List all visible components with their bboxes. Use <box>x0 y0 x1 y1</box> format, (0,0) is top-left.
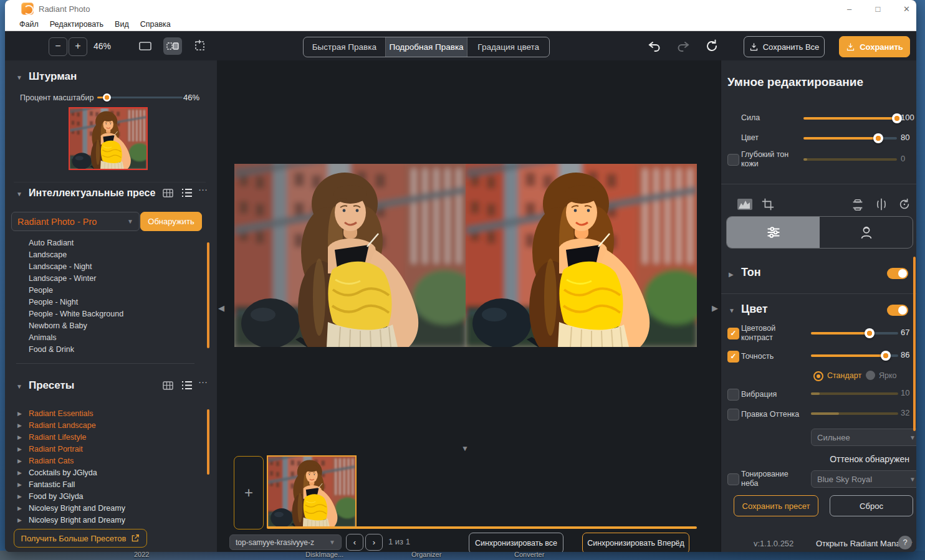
zoom-in-button[interactable]: + <box>69 37 87 56</box>
smart-presets-more-icon[interactable]: ··· <box>198 184 208 194</box>
vibrance-checkbox[interactable] <box>727 389 739 401</box>
filename-dropdown[interactable]: top-samyye-krasivyye-z ▼ <box>229 534 342 550</box>
sky-toning-checkbox[interactable] <box>727 473 739 485</box>
right-panel-scrollbar[interactable] <box>913 257 916 431</box>
split-horizontal-icon[interactable] <box>851 199 865 211</box>
collapse-filmstrip-icon[interactable]: ▼ <box>461 444 469 453</box>
expand-tone-icon[interactable]: ▶ <box>729 271 734 278</box>
menu-item[interactable]: Справка <box>135 20 176 29</box>
redo-icon[interactable] <box>676 39 691 54</box>
preset-group-item[interactable]: Food by JGlyda <box>5 491 209 503</box>
list-view-icon[interactable] <box>181 188 193 197</box>
previous-photo-button[interactable]: ‹ <box>346 534 363 551</box>
hue-edit-checkbox[interactable] <box>727 409 739 420</box>
menu-item[interactable]: Редактировать <box>44 20 109 29</box>
add-photo-button[interactable]: + <box>234 456 264 529</box>
smart-preset-item[interactable]: Landscape - Night <box>5 261 209 273</box>
zoom-out-button[interactable]: − <box>49 37 67 56</box>
deep-skin-slider[interactable] <box>803 158 897 161</box>
preset-group-item[interactable]: Cocktails by JGlyda <box>5 467 209 479</box>
smart-presets-scrollbar[interactable] <box>207 242 209 348</box>
preset-group-item[interactable]: Nicolesy Bright and Dreamy <box>5 503 209 515</box>
save-all-button[interactable]: Сохранить Все <box>744 36 825 57</box>
crop-view-icon[interactable] <box>191 37 209 55</box>
tab-global-adjustments[interactable] <box>727 217 820 248</box>
precision-checkbox[interactable]: ✓ <box>727 351 739 363</box>
smart-preset-item[interactable]: People - Night <box>5 297 209 308</box>
collapse-navigator-icon[interactable]: ▼ <box>16 74 22 81</box>
collapse-presets-icon[interactable]: ▼ <box>16 383 22 390</box>
crop-icon[interactable] <box>761 197 775 211</box>
presets-scrollbar[interactable] <box>207 409 209 475</box>
strength-dropdown[interactable]: Сильнее ▼ <box>811 429 916 446</box>
color-contrast-checkbox[interactable]: ✓ <box>727 328 739 339</box>
color-toggle[interactable] <box>887 305 908 316</box>
smart-preset-item[interactable]: People - White Background <box>5 308 209 320</box>
close-button[interactable]: ✕ <box>901 4 912 14</box>
sync-forward-button[interactable]: Синхронизировать Вперёд <box>582 533 689 552</box>
radio-vivid[interactable] <box>866 371 875 380</box>
preset-group-item[interactable]: Radiant Lifestyle <box>5 432 209 444</box>
detect-button[interactable]: Обнаружить <box>140 212 202 231</box>
preset-group-item[interactable]: Radiant Portrait <box>5 444 209 455</box>
smart-preset-dropdown[interactable]: Radiant Photo - Pro ▼ <box>11 212 140 231</box>
smart-preset-item[interactable]: Landscape - Winter <box>5 273 209 285</box>
navigator-thumbnail[interactable] <box>69 107 148 170</box>
split-view-icon[interactable] <box>163 37 182 55</box>
reset-icon[interactable] <box>704 39 719 54</box>
save-preset-button[interactable]: Сохранить пресет <box>734 495 818 516</box>
preset-group-item[interactable]: Fantastic Fall <box>5 479 209 491</box>
undo-icon[interactable] <box>647 39 662 54</box>
radio-standard[interactable] <box>813 371 823 381</box>
menu-item[interactable]: Вид <box>109 20 135 29</box>
next-photo-button[interactable]: › <box>365 534 383 551</box>
smart-preset-item[interactable]: People <box>5 285 209 297</box>
hue-edit-slider[interactable] <box>811 412 898 415</box>
grid-view-icon[interactable] <box>163 189 173 197</box>
get-more-presets-button[interactable]: Получить Больше Пресетов <box>14 529 147 548</box>
save-button[interactable]: Сохранить <box>839 36 910 57</box>
tone-toggle[interactable] <box>887 268 908 279</box>
sync-all-button[interactable]: Синхронизировать все <box>469 533 563 552</box>
collapse-color-icon[interactable]: ▼ <box>729 307 735 314</box>
smart-preset-item[interactable]: Newborn & Baby <box>5 320 209 332</box>
strength-slider[interactable] <box>803 117 897 120</box>
navigator-zoom-slider[interactable] <box>97 97 183 98</box>
grid-view-icon[interactable] <box>163 381 173 390</box>
histogram-icon[interactable] <box>737 199 752 210</box>
smart-preset-item[interactable]: Landscape <box>5 249 209 261</box>
minimize-button[interactable]: – <box>844 4 855 14</box>
smart-preset-item[interactable]: Animals <box>5 332 209 344</box>
title-bar[interactable]: Radiant Photo – □ ✕ <box>5 0 916 17</box>
list-view-icon[interactable] <box>181 381 193 390</box>
smart-preset-item[interactable]: Auto Radiant <box>5 237 209 249</box>
single-view-icon[interactable] <box>136 37 155 55</box>
preset-group-item[interactable]: Radiant Essentials <box>5 408 209 420</box>
collapse-right-panel-icon[interactable]: ▶ <box>712 303 718 313</box>
reset-button[interactable]: Сброс <box>830 495 913 516</box>
help-icon[interactable]: ? <box>898 536 912 549</box>
menu-item[interactable]: Файл <box>14 20 44 29</box>
collapse-left-panel-icon[interactable]: ◀ <box>218 303 224 313</box>
edit-mode-tab[interactable]: Подробная Правка <box>386 37 468 57</box>
filmstrip-thumbnail[interactable] <box>267 455 357 528</box>
maximize-button[interactable]: □ <box>873 4 883 14</box>
vibrance-slider[interactable] <box>811 392 898 395</box>
sky-toning-dropdown[interactable]: Blue Sky Royal ▼ <box>811 470 916 488</box>
color-contrast-slider[interactable] <box>811 332 898 335</box>
collapse-smart-presets-icon[interactable]: ▼ <box>16 191 22 197</box>
preset-group-item[interactable]: Radiant Landscape <box>5 420 209 432</box>
split-vertical-icon[interactable] <box>875 197 888 211</box>
precision-slider[interactable] <box>811 354 898 357</box>
preset-group-item[interactable]: Nicolesy Bright and Dreamy <box>5 515 209 526</box>
color-strength-slider[interactable] <box>803 137 897 140</box>
deep-skin-checkbox[interactable] <box>727 154 739 166</box>
preset-group-item[interactable]: Radiant Cats <box>5 455 209 467</box>
smart-preset-item[interactable]: Food & Drink <box>5 344 209 356</box>
edit-mode-tab[interactable]: Быстрая Правка <box>304 37 386 57</box>
filmstrip-scrollbar[interactable] <box>267 526 697 529</box>
presets-more-icon[interactable]: ··· <box>198 376 208 387</box>
edit-mode-tab[interactable]: Градация цвета <box>467 37 549 57</box>
tab-portrait-adjustments[interactable] <box>820 217 913 248</box>
rotate-icon[interactable] <box>898 197 911 211</box>
